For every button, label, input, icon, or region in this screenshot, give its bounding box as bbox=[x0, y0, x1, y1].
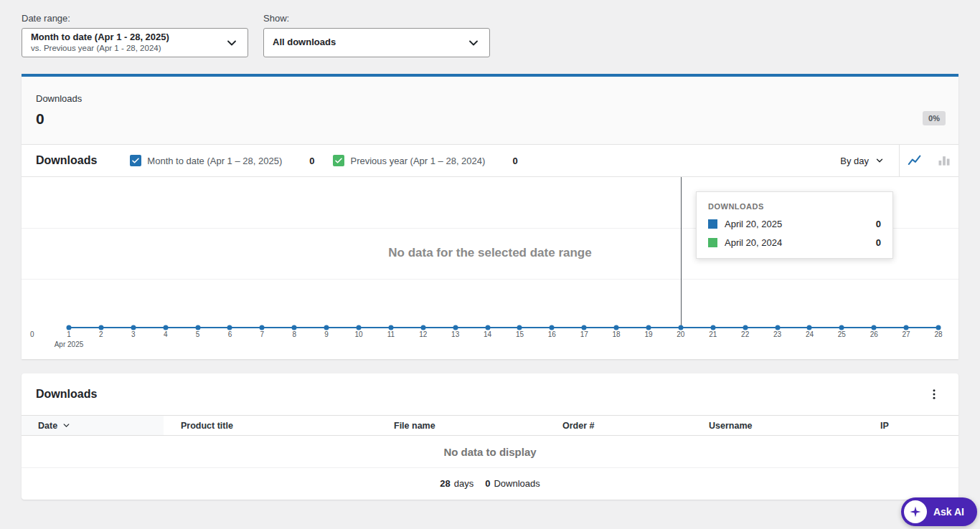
tooltip-row: April 20, 2025 0 bbox=[708, 219, 881, 229]
data-point[interactable] bbox=[807, 325, 812, 330]
legend-label: Previous year (Apr 1 – 28, 2024) bbox=[350, 156, 485, 166]
x-tick-label: 28 bbox=[934, 330, 942, 338]
checkbox-checked-icon bbox=[333, 155, 344, 166]
summary-value: 0 bbox=[36, 110, 944, 128]
date-range-select[interactable]: Month to date (Apr 1 - 28, 2025) vs. Pre… bbox=[22, 28, 248, 57]
data-point[interactable] bbox=[98, 325, 103, 330]
legend-label: Month to date (Apr 1 – 28, 2025) bbox=[147, 156, 282, 166]
show-filter: Show: All downloads bbox=[263, 13, 490, 57]
data-point[interactable] bbox=[839, 325, 844, 330]
column-header-order-number[interactable]: Order # bbox=[545, 416, 692, 435]
hover-crosshair-line bbox=[681, 177, 682, 328]
series-swatch-icon bbox=[708, 219, 717, 229]
x-tick-label: 21 bbox=[709, 330, 717, 338]
footer-days-count: 28 bbox=[440, 478, 450, 489]
data-point[interactable] bbox=[582, 325, 587, 330]
data-point[interactable] bbox=[195, 325, 200, 330]
line-chart-toggle-button[interactable] bbox=[900, 145, 929, 176]
sort-chevron-down-icon bbox=[62, 421, 71, 430]
summary-number-downloads[interactable]: Downloads 0 0% bbox=[22, 77, 958, 145]
kebab-menu-button[interactable] bbox=[924, 384, 944, 404]
x-tick-label: 10 bbox=[354, 330, 362, 338]
column-header-file-name[interactable]: File name bbox=[377, 416, 545, 435]
x-tick-label: 20 bbox=[677, 330, 684, 338]
interval-label: By day bbox=[840, 156, 869, 166]
data-point[interactable] bbox=[678, 325, 683, 330]
data-point[interactable] bbox=[936, 325, 941, 330]
date-range-filter: Date range: Month to date (Apr 1 - 28, 2… bbox=[22, 13, 248, 57]
data-point[interactable] bbox=[743, 325, 748, 330]
data-point[interactable] bbox=[904, 325, 909, 330]
table-header-row: Date Product title File name Order # Use… bbox=[22, 415, 958, 436]
data-point[interactable] bbox=[388, 325, 393, 330]
summary-delta-badge: 0% bbox=[923, 111, 946, 125]
legend-value: 0 bbox=[309, 156, 314, 166]
bar-chart-toggle-button[interactable] bbox=[929, 145, 958, 176]
data-point[interactable] bbox=[67, 325, 72, 330]
data-point[interactable] bbox=[163, 325, 168, 330]
data-point[interactable] bbox=[453, 325, 458, 330]
date-range-label: Date range: bbox=[22, 13, 248, 24]
column-header-username[interactable]: Username bbox=[692, 416, 863, 435]
interval-select[interactable]: By day bbox=[826, 145, 899, 176]
table-empty-message: No data to display bbox=[22, 436, 958, 468]
table-footer: 28 days 0 Downloads bbox=[22, 468, 958, 499]
x-tick-label: 22 bbox=[741, 330, 749, 338]
data-point[interactable] bbox=[292, 325, 297, 330]
x-tick-label: 24 bbox=[806, 330, 814, 338]
tooltip-heading: DOWNLOADS bbox=[708, 202, 881, 211]
data-point[interactable] bbox=[227, 325, 232, 330]
x-tick-label: 17 bbox=[580, 330, 588, 338]
tooltip-row: April 20, 2024 0 bbox=[708, 237, 881, 248]
data-point[interactable] bbox=[614, 325, 619, 330]
chevron-down-icon bbox=[225, 36, 239, 50]
x-tick-label: 7 bbox=[260, 330, 265, 338]
x-tick-label: 11 bbox=[387, 330, 395, 338]
data-point[interactable] bbox=[550, 325, 555, 330]
legend-item-previous-period[interactable]: Previous year (Apr 1 – 28, 2024) 0 bbox=[333, 155, 517, 166]
data-point[interactable] bbox=[357, 325, 362, 330]
data-point[interactable] bbox=[131, 325, 136, 330]
column-header-product-title[interactable]: Product title bbox=[164, 416, 377, 435]
table-title: Downloads bbox=[36, 388, 97, 401]
x-tick-label: 23 bbox=[773, 330, 781, 338]
column-header-ip[interactable]: IP bbox=[863, 416, 958, 435]
data-point[interactable] bbox=[324, 325, 329, 330]
series-swatch-icon bbox=[708, 238, 717, 247]
show-filter-label: Show: bbox=[263, 13, 490, 24]
show-select[interactable]: All downloads bbox=[263, 28, 490, 57]
ai-sparkle-icon bbox=[904, 500, 927, 523]
data-point[interactable] bbox=[260, 325, 265, 330]
ask-ai-button[interactable]: Ask AI bbox=[901, 497, 977, 526]
x-tick-label: 16 bbox=[548, 330, 556, 338]
data-point[interactable] bbox=[872, 325, 877, 330]
x-tick-label: 18 bbox=[613, 330, 621, 338]
chart-controls: By day bbox=[826, 145, 958, 176]
x-tick-label: 9 bbox=[324, 330, 329, 338]
chart-title: Downloads bbox=[36, 154, 97, 167]
data-point[interactable] bbox=[775, 325, 780, 330]
chart-header: Downloads Month to date (Apr 1 – 28, 202… bbox=[22, 145, 958, 177]
bar-chart-icon bbox=[937, 153, 951, 168]
data-point[interactable] bbox=[485, 325, 490, 330]
x-tick-label: 26 bbox=[870, 330, 878, 338]
x-tick-label: 19 bbox=[644, 330, 652, 338]
x-tick-label: 12 bbox=[419, 330, 427, 338]
column-header-date[interactable]: Date bbox=[22, 416, 164, 435]
data-point[interactable] bbox=[646, 325, 651, 330]
data-point[interactable] bbox=[420, 325, 425, 330]
data-point[interactable] bbox=[710, 325, 715, 330]
analytics-downloads-page: Date range: Month to date (Apr 1 - 28, 2… bbox=[0, 0, 980, 529]
y-axis-zero-label: 0 bbox=[30, 330, 34, 338]
x-axis-month-label: Apr 2025 bbox=[55, 340, 84, 348]
x-tick-label: 1 bbox=[67, 330, 71, 338]
x-tick-label: 2 bbox=[99, 330, 103, 338]
chart-plot-area: No data for the selected date range 0 Ap… bbox=[22, 177, 958, 359]
data-point[interactable] bbox=[517, 325, 522, 330]
legend-item-current-period[interactable]: Month to date (Apr 1 – 28, 2025) 0 bbox=[130, 155, 314, 166]
chart-tooltip: DOWNLOADS April 20, 2025 0 April 20, 202… bbox=[696, 191, 893, 259]
x-tick-label: 25 bbox=[838, 330, 846, 338]
footer-downloads-count: 0 bbox=[485, 478, 490, 489]
ask-ai-label: Ask AI bbox=[933, 506, 964, 518]
checkbox-checked-icon bbox=[130, 155, 141, 166]
